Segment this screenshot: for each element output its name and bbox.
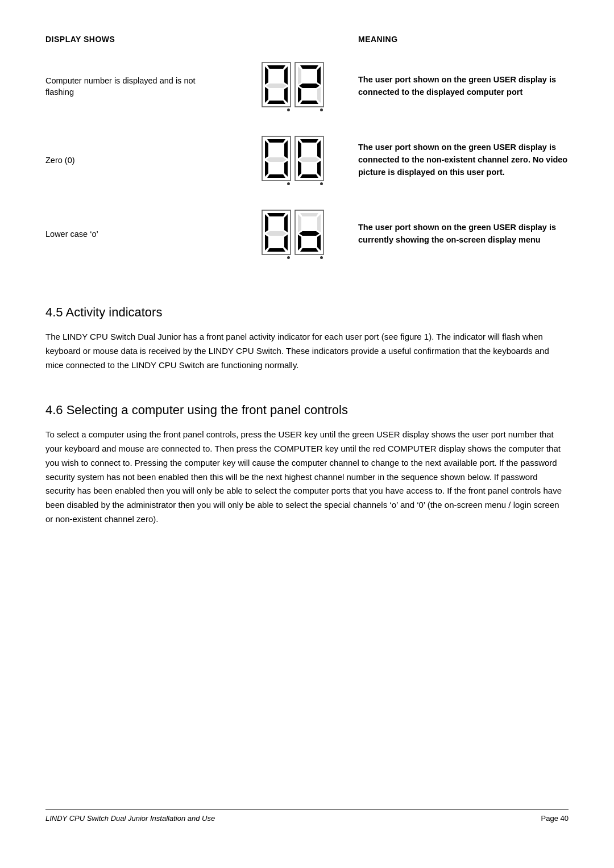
page-container: Display Shows Meaning Computer number is…	[0, 0, 614, 868]
svg-marker-41	[300, 213, 318, 216]
footer-title: LINDY CPU Switch Dual Junior Installatio…	[45, 814, 215, 823]
svg-marker-4	[266, 84, 287, 88]
digit-right-1	[294, 62, 324, 107]
footer-page: Page 40	[541, 814, 569, 823]
row-label-2: Zero (0)	[45, 155, 227, 166]
svg-marker-12	[299, 84, 320, 88]
section-45-body: The LINDY CPU Switch Dual Junior has a f…	[45, 330, 569, 372]
display-pair-3	[262, 210, 324, 259]
svg-marker-47	[300, 248, 318, 252]
section-45-heading: 4.5 Activity indicators	[45, 305, 569, 320]
svg-marker-1	[267, 65, 285, 69]
digit-left-3	[262, 210, 291, 255]
seg-wrapper-left-3	[262, 210, 291, 259]
row-image-3	[227, 210, 358, 259]
svg-marker-44	[299, 231, 320, 236]
table-row: Lower case ‘o’	[45, 197, 569, 271]
section-46-heading: 4.6 Selecting a computer using the front…	[45, 403, 569, 418]
seg-wrapper-left-2	[262, 136, 291, 185]
svg-marker-36	[266, 231, 287, 236]
dot-2-right	[320, 182, 323, 185]
seg-wrapper-right-1	[294, 62, 324, 111]
seg-wrapper-right-3	[294, 210, 324, 259]
svg-marker-33	[267, 213, 285, 216]
svg-marker-17	[267, 139, 285, 143]
page-footer: LINDY CPU Switch Dual Junior Installatio…	[45, 809, 569, 823]
dot-1-left	[287, 108, 290, 111]
svg-marker-15	[300, 101, 318, 104]
svg-marker-23	[267, 174, 285, 178]
section-45: 4.5 Activity indicators The LINDY CPU Sw…	[45, 288, 569, 386]
svg-marker-25	[300, 139, 318, 143]
svg-marker-28	[299, 157, 320, 162]
row-meaning-3: The user port shown on the green USER di…	[358, 222, 569, 247]
svg-marker-20	[266, 157, 287, 162]
row-image-2	[227, 136, 358, 185]
digit-right-2-zero	[294, 136, 324, 181]
seg-wrapper-right-2	[294, 136, 324, 185]
meaning-header: Meaning	[358, 35, 398, 44]
row-meaning-2: The user port shown on the green USER di…	[358, 141, 569, 178]
col-header-meaning: Meaning	[358, 34, 569, 44]
section-46: 4.6 Selecting a computer using the front…	[45, 386, 569, 540]
display-table: Display Shows Meaning Computer number is…	[45, 34, 569, 271]
table-row: Zero (0)	[45, 123, 569, 197]
dot-3-left	[287, 256, 290, 259]
col-header-display-shows: Display Shows	[45, 34, 227, 44]
digit-left-2	[262, 136, 291, 181]
display-pair-1	[262, 62, 324, 111]
seg-wrapper-left-1	[262, 62, 291, 111]
table-data-rows: Computer number is displayed and is not …	[45, 49, 569, 271]
col-header-image	[227, 34, 358, 44]
digit-left-1	[262, 62, 291, 107]
svg-marker-31	[300, 174, 318, 178]
row-meaning-1: The user port shown on the green USER di…	[358, 74, 569, 99]
svg-marker-39	[267, 248, 285, 252]
row-image-1	[227, 62, 358, 111]
row-label-3: Lower case ‘o’	[45, 228, 227, 240]
section-46-body: To select a computer using the front pan…	[45, 428, 569, 526]
digit-right-3-o	[294, 210, 324, 255]
dot-1-right	[320, 108, 323, 111]
svg-marker-7	[267, 101, 285, 104]
row-label-1: Computer number is displayed and is not …	[45, 75, 227, 98]
table-row: Computer number is displayed and is not …	[45, 49, 569, 123]
table-header-row: Display Shows Meaning	[45, 34, 569, 44]
dot-2-left	[287, 182, 290, 185]
dot-3-right	[320, 256, 323, 259]
display-pair-2	[262, 136, 324, 185]
display-shows-header: Display Shows	[45, 35, 115, 44]
svg-marker-9	[300, 65, 318, 69]
